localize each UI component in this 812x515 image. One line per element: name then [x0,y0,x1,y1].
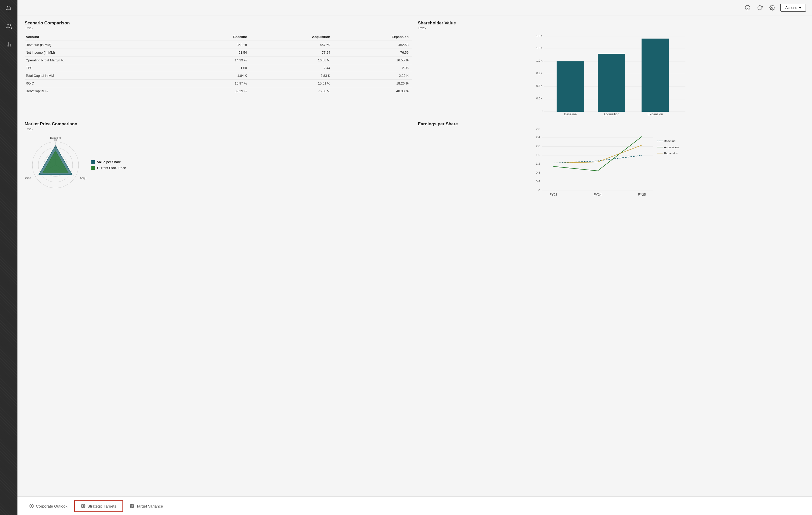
bottom-grid: Market Price Comparison FY25 [25,121,805,199]
col-baseline: Baseline [183,33,250,41]
table-cell-value: 40.38 % [333,87,411,95]
svg-text:0.9K: 0.9K [536,72,542,75]
table-cell-account: Net Income (in MM) [25,49,183,56]
table-cell-account: Revenue (in MM) [25,41,183,49]
table-cell-value: 2.44 [250,64,333,72]
tab-target-variance[interactable]: Target Variance [123,500,170,512]
svg-rect-39 [91,166,95,170]
table-cell-value: 77.24 [250,49,333,56]
svg-point-67 [132,506,133,507]
svg-text:Acquisition: Acquisition [664,145,678,149]
tab-corporate-outlook[interactable]: Corporate Outlook [23,500,74,512]
svg-text:0: 0 [541,109,543,112]
bar-acquisition [598,54,625,112]
scenario-comparison-title: Scenario Comparison [25,21,412,26]
table-row: Operating Profit Margin %14.39 %16.88 %1… [25,56,412,64]
legend-value-share: Value per Share [91,160,126,164]
svg-text:FY25: FY25 [638,193,646,196]
bar-chart-svg: 0 0.3K 0.6K 0.9K 1.2K 1.5K 1.8K [418,33,805,115]
sidebar-icon-notification[interactable] [3,3,14,14]
svg-text:0.3K: 0.3K [536,97,542,100]
table-cell-account: Operating Profit Margin % [25,56,183,64]
table-cell-account: Debt/Capital % [25,87,183,95]
table-cell-value: 51.54 [183,49,250,56]
chevron-down-icon: ▾ [799,6,801,10]
table-row: ROIC16.97 %15.61 %18.26 % [25,80,412,87]
bar-expansion [641,38,669,112]
line-acquisition [553,137,642,171]
table-cell-value: 1.84 K [183,72,250,80]
svg-text:1.8K: 1.8K [536,34,542,37]
svg-point-7 [772,7,773,8]
table-cell-account: Total Capital in MM [25,72,183,80]
market-price-title: Market Price Comparison [25,121,412,127]
table-cell-value: 76.56 [333,49,411,56]
table-header-row: Account Baseline Acquisition Expansion [25,33,412,41]
svg-text:0.4: 0.4 [536,180,540,183]
svg-point-66 [82,506,84,507]
table-cell-account: ROIC [25,80,183,87]
svg-text:Expansion: Expansion [664,152,678,155]
shareholder-value-subtitle: FY25 [418,26,805,30]
sidebar [0,0,18,515]
table-cell-value: 1.60 [183,64,250,72]
svg-text:0.6K: 0.6K [536,84,542,87]
bar-baseline [557,61,584,112]
svg-text:2.0: 2.0 [536,144,540,148]
legend-stock-price-label: Current Stock Price [97,166,126,170]
eps-svg: 0 0.4 0.8 1.2 1.6 2.0 2.4 2.8 [418,127,805,199]
actions-button[interactable]: Actions ▾ [780,4,806,11]
header: Actions ▾ [18,0,812,16]
svg-text:0: 0 [538,189,540,192]
svg-rect-38 [91,160,95,164]
col-account: Account [25,33,183,41]
svg-text:2.8: 2.8 [536,127,540,131]
refresh-icon[interactable] [756,4,764,12]
svg-text:Acquisition: Acquisition [603,112,619,115]
settings-icon[interactable] [768,4,776,12]
table-cell-value: 76.58 % [250,87,333,95]
main-content: Actions ▾ Scenario Comparison FY25 Accou… [18,0,812,515]
svg-point-0 [7,24,9,26]
shareholder-bar-chart: 0 0.3K 0.6K 0.9K 1.2K 1.5K 1.8K [418,33,805,115]
svg-text:FY24: FY24 [593,193,602,196]
sidebar-icon-bar-chart[interactable] [3,39,14,50]
svg-text:Expansion: Expansion [25,177,31,180]
table-row: Debt/Capital %39.29 %76.58 %40.38 % [25,87,412,95]
eps-line-chart: 0 0.4 0.8 1.2 1.6 2.0 2.4 2.8 [418,127,805,199]
scenario-comparison-table: Account Baseline Acquisition Expansion R… [25,33,412,95]
table-cell-value: 457.69 [250,41,333,49]
market-price-subtitle: FY25 [25,127,412,131]
svg-text:0.8: 0.8 [536,171,540,174]
sidebar-icon-chart-alt[interactable] [3,21,14,32]
col-expansion: Expansion [333,33,411,41]
earnings-per-share-panel: Earnings per Share 0 0.4 0.8 1.2 1.6 2.0… [418,121,805,199]
tab-strategic-targets[interactable]: Strategic Targets [74,500,123,512]
table-cell-value: 14.39 % [183,56,250,64]
top-grid: Scenario Comparison FY25 Account Baselin… [25,21,805,115]
col-acquisition: Acquisition [250,33,333,41]
table-cell-value: 16.88 % [250,56,333,64]
radar-chart-svg: 40 20 0 Baseline Acquisition Expansion [25,134,86,196]
scenario-comparison-subtitle: FY25 [25,26,412,30]
eps-title: Earnings per Share [418,121,805,127]
svg-text:Baseline: Baseline [564,112,577,115]
table-cell-value: 18.26 % [333,80,411,87]
table-row: Total Capital in MM1.84 K2.83 K2.22 K [25,72,412,80]
svg-text:2.4: 2.4 [536,135,540,139]
tab-variance-label: Target Variance [136,504,163,508]
table-row: Revenue (in MM)358.18457.69462.53 [25,41,412,49]
table-cell-value: 2.22 K [333,72,411,80]
svg-text:1.5K: 1.5K [536,46,542,50]
table-cell-account: EPS [25,64,183,72]
actions-label: Actions [785,6,797,10]
radar-area: 40 20 0 Baseline Acquisition Expansion [25,134,412,196]
shareholder-value-panel: Shareholder Value FY25 0 0.3K 0.6K 0.9K … [418,21,805,115]
legend-value-share-label: Value per Share [97,160,121,164]
svg-text:Baseline: Baseline [50,136,61,139]
info-icon[interactable] [744,4,752,12]
table-cell-value: 16.97 % [183,80,250,87]
svg-point-65 [31,506,32,507]
table-cell-value: 2.83 K [250,72,333,80]
svg-text:1.2: 1.2 [536,162,540,165]
